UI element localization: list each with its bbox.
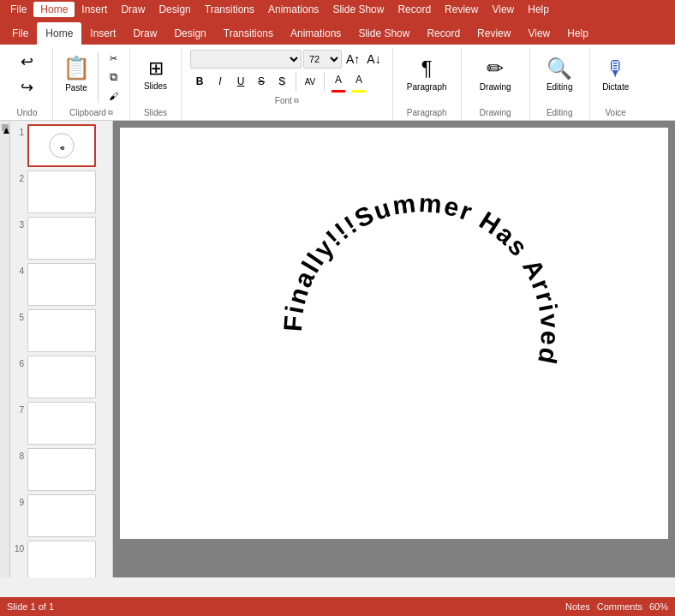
drawing-group-label: Drawing xyxy=(467,106,524,120)
tab-transitions[interactable]: Transitions xyxy=(215,22,282,45)
font-expand-icon[interactable]: ⧉ xyxy=(294,97,299,105)
tab-slideshow[interactable]: Slide Show xyxy=(349,22,418,45)
clipboard-group-label: Clipboard ⧉ xyxy=(58,106,124,120)
slide-preview-3[interactable] xyxy=(27,217,96,260)
drawing-button[interactable]: ✏ Drawing xyxy=(476,50,515,98)
shadow-button[interactable]: S xyxy=(272,72,291,91)
slide-thumb-5[interactable]: 5 xyxy=(14,309,109,352)
slide-thumb-3[interactable]: 3 xyxy=(14,217,109,260)
new-slide-button[interactable]: ⊞ Slides xyxy=(140,50,171,98)
undo-button[interactable]: ↩ xyxy=(12,50,43,74)
strikethrough-button[interactable]: S xyxy=(252,72,271,91)
drawing-group-content: ✏ Drawing xyxy=(476,48,515,106)
tab-help[interactable]: Help xyxy=(559,22,597,45)
circular-text-container[interactable]: Finally!!!Summer Has Arrived xyxy=(276,187,567,481)
underline-button[interactable]: U xyxy=(231,72,250,91)
slide-panel-scrollbar[interactable]: ▲ xyxy=(0,121,10,577)
tab-insert[interactable]: Insert xyxy=(81,22,124,45)
increase-font-size-button[interactable]: A↑ xyxy=(343,50,362,69)
font-size-select[interactable]: 72 xyxy=(303,50,342,69)
slide-thumb-9[interactable]: 9 xyxy=(14,494,109,537)
cut-button[interactable]: ✂ xyxy=(103,50,123,67)
copy-button[interactable]: ⧉ xyxy=(103,69,123,86)
slide-thumb-6[interactable]: 6 xyxy=(14,356,109,398)
slide-num-2: 2 xyxy=(14,170,24,183)
slide-preview-5[interactable] xyxy=(27,309,96,352)
menu-animations[interactable]: Animations xyxy=(261,2,326,17)
slide-thumb-7[interactable]: 7 xyxy=(14,402,109,445)
format-painter-button[interactable]: 🖌 xyxy=(103,87,123,105)
main-canvas: Finally!!!Summer Has Arrived xyxy=(113,121,675,577)
slide-preview-2[interactable] xyxy=(27,170,96,213)
menu-bar: File Home Insert Draw Design Transitions… xyxy=(0,0,675,19)
slide-thumb-1[interactable]: 1 ⟲ xyxy=(14,124,109,167)
paragraph-group-content: ¶ Paragraph xyxy=(403,48,451,106)
menu-slideshow[interactable]: Slide Show xyxy=(326,2,391,17)
menu-file[interactable]: File xyxy=(3,2,33,17)
tab-design[interactable]: Design xyxy=(165,22,214,45)
editing-button[interactable]: 🔍 Editing xyxy=(543,50,576,98)
slide-thumb-2[interactable]: 2 xyxy=(14,170,109,213)
font-color-button[interactable]: A xyxy=(329,70,348,89)
dictate-button[interactable]: 🎙 Dictate xyxy=(599,50,632,98)
voice-group-label: Voice xyxy=(595,106,636,120)
redo-button[interactable]: ↪ xyxy=(12,75,43,99)
slide-preview-1[interactable]: ⟲ xyxy=(27,124,96,167)
tab-draw[interactable]: Draw xyxy=(124,22,165,45)
paste-button[interactable]: 📋 Paste xyxy=(59,50,93,98)
slide-preview-8[interactable] xyxy=(27,448,96,491)
decrease-font-size-button[interactable]: A↓ xyxy=(364,50,383,69)
slide-thumb-4[interactable]: 4 xyxy=(14,263,109,306)
redo-icon: ↪ xyxy=(21,78,33,97)
ribbon-group-paragraph: ¶ Paragraph Paragraph xyxy=(393,48,462,120)
slides-icon: ⊞ xyxy=(148,57,164,80)
ribbon-group-drawing: ✏ Drawing Drawing xyxy=(462,48,530,120)
slide-canvas[interactable]: Finally!!!Summer Has Arrived xyxy=(120,128,668,539)
slide-preview-4[interactable] xyxy=(27,263,96,306)
slide-num-1: 1 xyxy=(14,124,24,137)
menu-help[interactable]: Help xyxy=(521,2,556,17)
paragraph-group-label: Paragraph xyxy=(398,106,456,120)
font-row1: 72 A↑ A↓ xyxy=(190,50,384,69)
bold-button[interactable]: B xyxy=(190,72,209,91)
font-family-select[interactable] xyxy=(190,50,302,69)
slide-preview-6[interactable] xyxy=(27,356,96,398)
ribbon-group-font: 72 A↑ A↓ B I U S S AV A xyxy=(182,48,393,120)
menu-draw[interactable]: Draw xyxy=(114,2,152,17)
highlight-color-button[interactable]: A xyxy=(349,70,368,89)
format-painter-icon: 🖌 xyxy=(109,91,118,101)
paste-icon: 📋 xyxy=(63,55,90,81)
paragraph-icon: ¶ xyxy=(421,57,433,81)
slides-label: Slides xyxy=(144,81,167,91)
slide-1-thumbnail: ⟲ xyxy=(29,126,94,165)
menu-transitions[interactable]: Transitions xyxy=(198,2,261,17)
italic-button[interactable]: I xyxy=(211,72,230,91)
slide-num-8: 8 xyxy=(14,448,24,461)
svg-text:⟲: ⟲ xyxy=(60,146,64,151)
tab-review[interactable]: Review xyxy=(469,22,519,45)
menu-design[interactable]: Design xyxy=(152,2,197,17)
menu-review[interactable]: Review xyxy=(438,2,485,17)
paragraph-button[interactable]: ¶ Paragraph xyxy=(403,50,451,98)
tab-home[interactable]: Home xyxy=(37,22,81,45)
undo-icon: ↩ xyxy=(21,52,33,71)
menu-view[interactable]: View xyxy=(485,2,521,17)
slide-thumb-10[interactable]: 10 xyxy=(14,541,109,577)
tab-view[interactable]: View xyxy=(519,22,559,45)
ribbon-group-slides: ⊞ Slides Slides xyxy=(130,48,182,120)
tab-animations[interactable]: Animations xyxy=(282,22,349,45)
undo-group-label: Undo xyxy=(7,106,47,120)
tab-record[interactable]: Record xyxy=(418,22,469,45)
menu-home[interactable]: Home xyxy=(33,2,75,17)
slide-thumb-8[interactable]: 8 xyxy=(14,448,109,491)
menu-insert[interactable]: Insert xyxy=(75,2,114,17)
slide-preview-10[interactable] xyxy=(27,541,96,577)
tab-file[interactable]: File xyxy=(3,22,37,45)
clipboard-expand-icon[interactable]: ⧉ xyxy=(108,109,113,117)
char-spacing-button[interactable]: AV xyxy=(301,72,320,91)
ribbon-group-clipboard: 📋 Paste ✂ ⧉ 🖌 Clipboard xyxy=(53,48,130,120)
slide-preview-9[interactable] xyxy=(27,494,96,537)
menu-record[interactable]: Record xyxy=(391,2,438,17)
scrollbar-up-arrow[interactable]: ▲ xyxy=(2,124,9,131)
slide-preview-7[interactable] xyxy=(27,402,96,445)
